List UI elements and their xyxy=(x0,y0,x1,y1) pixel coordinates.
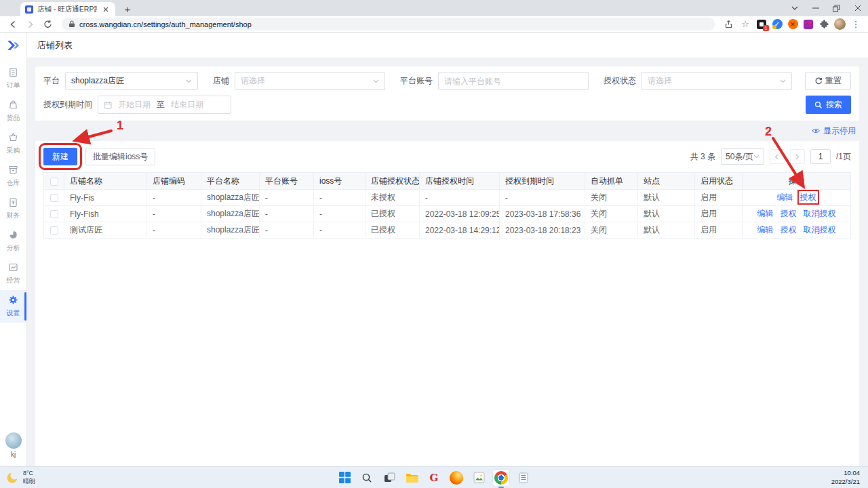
auth-expiry-label: 授权到期时间 xyxy=(43,99,92,110)
app-logo-icon xyxy=(6,39,21,54)
new-tab-button[interactable]: + xyxy=(119,2,136,16)
sidebar-item-订单[interactable]: 订单 xyxy=(0,62,26,95)
operations-cell: 编辑授权取消授权 xyxy=(743,222,851,239)
extension-black-icon[interactable]: 1 xyxy=(755,18,768,30)
browser-menu-icon[interactable]: ⋮ xyxy=(849,18,863,31)
sidebar-item-货品[interactable]: 货品 xyxy=(0,95,26,127)
op-link-编辑[interactable]: 编辑 xyxy=(777,192,793,202)
batch-edit-ioss-button[interactable]: 批量编辑ioss号 xyxy=(85,148,155,165)
extensions-puzzle-icon[interactable] xyxy=(818,18,830,30)
op-link-授权[interactable]: 授权 xyxy=(781,225,797,235)
settings-gear-icon xyxy=(8,295,18,306)
reset-button[interactable]: 重置 xyxy=(805,72,851,90)
finance-money-icon xyxy=(8,197,18,209)
shop-select[interactable]: 请选择 xyxy=(235,72,385,90)
search-icon xyxy=(814,101,823,109)
select-all-checkbox[interactable] xyxy=(50,178,58,186)
firefox-icon[interactable] xyxy=(448,469,465,487)
auth-status-select[interactable]: 请选择 xyxy=(642,72,792,90)
browser-toolbar: cross.wangdian.cn/settings/auth_manageme… xyxy=(0,16,868,33)
extension-orange-icon[interactable]: ✕ xyxy=(787,18,799,30)
next-page-button[interactable] xyxy=(790,149,805,164)
table-cell: - xyxy=(314,190,366,206)
op-link-授权[interactable]: 授权 xyxy=(800,192,816,202)
profile-avatar-icon[interactable] xyxy=(833,18,846,30)
table-cell: 2023-03-18 17:58:36 xyxy=(500,206,585,222)
table-cell: Fly-Fish xyxy=(64,206,147,222)
warehouse-box-icon xyxy=(8,165,18,176)
sidebar-item-仓库[interactable]: 仓库 xyxy=(0,160,26,192)
back-icon[interactable] xyxy=(5,17,20,31)
share-icon[interactable] xyxy=(722,18,735,31)
op-link-取消授权[interactable]: 取消授权 xyxy=(804,225,836,235)
table-cell: 关闭 xyxy=(585,222,638,239)
minimize-icon[interactable] xyxy=(805,0,826,16)
extension-purple-icon[interactable] xyxy=(802,18,814,30)
reload-icon[interactable] xyxy=(41,17,55,31)
address-bar[interactable]: cross.wangdian.cn/settings/auth_manageme… xyxy=(62,18,715,30)
taskbar-clock[interactable]: 10:04 2022/3/21 xyxy=(831,469,868,486)
refresh-icon xyxy=(814,77,823,85)
sidebar-item-经营[interactable]: 经营 xyxy=(0,258,26,290)
platform-account-input[interactable] xyxy=(438,72,589,90)
chevron-down-icon xyxy=(373,79,379,83)
sidebar-item-财务[interactable]: 财务 xyxy=(0,192,26,225)
table-cell: - xyxy=(260,222,314,239)
date-range-input[interactable]: 开始日期 至 结束日期 xyxy=(98,96,231,114)
annotation-step-1: 1 xyxy=(117,119,123,133)
chrome-icon[interactable] xyxy=(492,469,510,487)
app-sidebar: 订单货品采购仓库财务分析经营设置 kj xyxy=(0,33,27,466)
column-header: 操作 xyxy=(743,173,851,190)
weather-widget[interactable]: 8°C 晴朗 xyxy=(0,470,35,485)
show-disabled-toggle[interactable]: 显示停用 xyxy=(812,125,856,137)
chevron-down-icon xyxy=(753,155,760,159)
restore-icon[interactable] xyxy=(826,0,847,16)
column-header: 站点 xyxy=(638,173,695,190)
close-icon[interactable] xyxy=(847,0,868,16)
tab-close-icon[interactable] xyxy=(101,5,111,14)
column-header: 平台账号 xyxy=(260,173,314,190)
op-link-编辑[interactable]: 编辑 xyxy=(757,209,774,218)
file-explorer-icon[interactable] xyxy=(403,469,420,487)
table-cell: 启用 xyxy=(695,190,743,206)
column-header: 店铺授权状态 xyxy=(366,173,420,190)
op-link-编辑[interactable]: 编辑 xyxy=(757,225,774,235)
search-button[interactable]: 搜索 xyxy=(806,96,851,114)
browser-tab[interactable]: 店铺 - 旺店通ERP跨境版 xyxy=(20,2,115,16)
goods-bag-icon xyxy=(8,100,18,111)
op-link-取消授权[interactable]: 取消授权 xyxy=(804,209,836,218)
user-avatar-icon xyxy=(5,432,22,449)
sidebar-item-采购[interactable]: 采购 xyxy=(0,127,26,160)
weather-desc: 晴朗 xyxy=(23,478,35,485)
clock-date: 2022/3/21 xyxy=(831,478,860,485)
page-header: 店铺列表 xyxy=(27,33,868,58)
date-to-label: 至 xyxy=(157,99,165,110)
sidebar-item-设置[interactable]: 设置 xyxy=(0,290,26,323)
table-cell: 已授权 xyxy=(366,222,420,239)
table-cell: 关闭 xyxy=(585,206,638,222)
row-checkbox[interactable] xyxy=(50,210,58,218)
row-checkbox[interactable] xyxy=(50,226,58,235)
bookmark-star-icon[interactable]: ☆ xyxy=(738,18,752,31)
notepad-icon[interactable] xyxy=(515,469,532,487)
tab-search-chevron-icon[interactable] xyxy=(784,0,805,16)
forward-icon[interactable] xyxy=(23,17,37,31)
new-shop-button[interactable]: 新建 xyxy=(43,148,77,165)
image-viewer-icon[interactable] xyxy=(470,469,488,487)
page-number-input[interactable] xyxy=(810,149,831,164)
task-view-icon[interactable] xyxy=(380,469,398,487)
extension-check-icon[interactable]: ✓ xyxy=(771,18,783,30)
table-cell: - xyxy=(147,190,201,206)
op-link-授权[interactable]: 授权 xyxy=(781,209,797,218)
sidebar-item-分析[interactable]: 分析 xyxy=(0,225,26,258)
browser-tab-strip: 店铺 - 旺店通ERP跨境版 + xyxy=(0,0,868,16)
g-app-icon[interactable]: G xyxy=(425,469,443,487)
start-icon[interactable] xyxy=(336,469,353,487)
page-size-select[interactable]: 50条/页 xyxy=(721,148,764,165)
row-checkbox[interactable] xyxy=(50,194,58,202)
weather-temp: 8°C xyxy=(23,470,33,476)
user-avatar[interactable]: kj xyxy=(5,432,22,458)
platform-select[interactable]: shoplazza店匠 xyxy=(65,72,198,90)
prev-page-button[interactable] xyxy=(770,149,785,164)
taskbar-search-icon[interactable] xyxy=(358,469,376,487)
